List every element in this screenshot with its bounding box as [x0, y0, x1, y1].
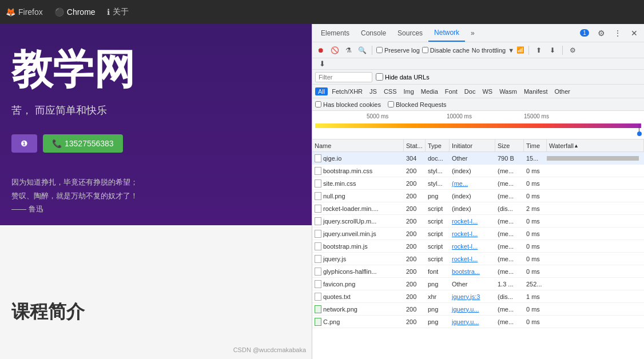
blocked-requests-label[interactable]: Blocked Requests: [388, 101, 447, 108]
more-options-icon[interactable]: ⋮: [611, 26, 625, 40]
td-name: favicon.png: [312, 278, 404, 290]
th-type[interactable]: Type: [426, 139, 450, 151]
table-row[interactable]: qige.io 304 doc... Other 790 B 15...: [312, 152, 644, 165]
toolbar-separator-1: [372, 46, 372, 55]
table-row[interactable]: jquery.unveil.min.js 200 script rocket-l…: [312, 228, 644, 240]
filter-input[interactable]: [315, 72, 372, 82]
blocked-requests-input[interactable]: [388, 101, 394, 107]
type-btn-all[interactable]: All: [315, 87, 328, 95]
td-initiator: rocket-l...: [450, 215, 495, 227]
td-type: script: [426, 253, 450, 265]
phone-button[interactable]: 📞 13527556383: [43, 134, 123, 153]
th-size[interactable]: Size: [495, 139, 524, 151]
table-row[interactable]: bootstrap.min.css 200 styl... (index) (m…: [312, 165, 644, 177]
timeline-cursor-handle[interactable]: [637, 131, 642, 136]
type-btn-wasm[interactable]: Wasm: [496, 87, 520, 95]
td-time: 0 ms: [524, 165, 547, 177]
table-row[interactable]: network.png 200 png jquery.u... (me... 0…: [312, 303, 644, 316]
info-icon: ℹ: [107, 7, 110, 17]
type-btn-fetch-xhr[interactable]: Fetch/XHR: [329, 87, 365, 95]
file-icon: [315, 268, 321, 276]
th-time[interactable]: Time: [524, 139, 547, 151]
th-waterfall[interactable]: Waterfall: [547, 139, 644, 151]
table-row[interactable]: null.png 200 png (index) (me... 0 ms: [312, 190, 644, 202]
table-row[interactable]: glyphicons-halflin... 200 font bootstra.…: [312, 265, 644, 278]
type-btn-img[interactable]: Img: [401, 87, 417, 95]
td-status: 200: [404, 228, 426, 240]
settings-icon[interactable]: ⚙: [594, 26, 608, 40]
type-btn-other[interactable]: Other: [551, 87, 573, 95]
type-btn-ws[interactable]: WS: [479, 87, 495, 95]
console-badge[interactable]: 1: [578, 26, 591, 40]
network-toolbar: ⏺ 🚫 ⚗ 🔍 Preserve log Disable cache No th…: [312, 42, 644, 58]
purple-button[interactable]: ❶: [11, 134, 37, 153]
tab-network[interactable]: Network: [428, 24, 465, 42]
td-name: C.png: [312, 316, 404, 328]
td-size: (me...: [495, 303, 524, 315]
webpage-subtitle: 苦， 而应简单和快乐: [11, 103, 300, 117]
disable-cache-input[interactable]: [422, 47, 428, 53]
table-row[interactable]: jquery.js 200 script rocket-l... (me... …: [312, 253, 644, 265]
td-size: (dis...: [495, 202, 524, 214]
table-row[interactable]: rocket-loader.min.... 200 script (index)…: [312, 202, 644, 215]
import-har-icon[interactable]: ⬆: [533, 45, 544, 56]
type-btn-js[interactable]: JS: [367, 87, 380, 95]
td-status: 200: [404, 215, 426, 227]
th-name[interactable]: Name: [312, 139, 404, 151]
tab-more[interactable]: »: [465, 24, 480, 42]
td-type: script: [426, 202, 450, 214]
webpage-bottom: 课程简介: [11, 300, 85, 325]
download-icon[interactable]: ⬇: [316, 58, 328, 70]
td-initiator: (index): [450, 190, 495, 202]
throttle-dropdown-arrow[interactable]: ▼: [508, 47, 514, 54]
td-time: 15...: [524, 152, 547, 164]
hide-data-urls-checkbox[interactable]: Hide data URLs: [376, 73, 430, 81]
devtools-settings-icon[interactable]: ⚙: [567, 45, 578, 56]
table-row[interactable]: C.png 200 png jquery.u... (me... 0 ms: [312, 316, 644, 328]
td-name: jquery.unveil.min.js: [312, 228, 404, 240]
export-har-icon[interactable]: ⬇: [547, 45, 558, 56]
td-name: site.min.css: [312, 177, 404, 189]
table-row[interactable]: bootstrap.min.js 200 script rocket-l... …: [312, 240, 644, 253]
has-blocked-cookies-input[interactable]: [315, 101, 321, 107]
preserve-log-checkbox[interactable]: Preserve log: [376, 47, 420, 54]
devtools-panel: Elements Console Sources Network » 1 ⚙ ⋮…: [312, 24, 644, 359]
type-btn-media[interactable]: Media: [418, 87, 441, 95]
td-name: jquery.js: [312, 253, 404, 265]
table-row[interactable]: site.min.css 200 styl... (me... (me... 0…: [312, 177, 644, 190]
clear-button[interactable]: 🚫: [329, 45, 340, 56]
type-btn-css[interactable]: CSS: [381, 87, 400, 95]
type-btn-doc[interactable]: Doc: [462, 87, 479, 95]
file-icon: [315, 305, 321, 313]
td-status: 200: [404, 316, 426, 328]
type-btn-manifest[interactable]: Manifest: [521, 87, 551, 95]
td-initiator: rocket-l...: [450, 240, 495, 252]
type-btn-font[interactable]: Font: [442, 87, 460, 95]
tab-elements[interactable]: Elements: [315, 24, 355, 42]
table-row[interactable]: favicon.png 200 png Other 1.3 ... 252...: [312, 278, 644, 290]
td-time: 2 ms: [524, 202, 547, 214]
table-row[interactable]: quotes.txt 200 xhr jquery.js:3 (dis... 1…: [312, 290, 644, 303]
has-blocked-cookies-label[interactable]: Has blocked cookies: [315, 101, 381, 108]
td-type: script: [426, 240, 450, 252]
preserve-log-input[interactable]: [376, 47, 383, 53]
watermark: CSDN @wucdcmakabaka: [233, 346, 306, 353]
throttle-dropdown[interactable]: No throttling: [472, 47, 506, 54]
tab-sources[interactable]: Sources: [392, 24, 428, 42]
firefox-label[interactable]: 🦊 Firefox: [6, 7, 43, 17]
td-waterfall: [547, 228, 644, 240]
record-button[interactable]: ⏺: [315, 45, 327, 56]
about-label[interactable]: ℹ 关于: [107, 7, 129, 17]
tab-console[interactable]: Console: [355, 24, 392, 42]
network-conditions-icon[interactable]: 📶: [516, 46, 524, 54]
chrome-label[interactable]: ⚫ Chrome: [54, 7, 96, 17]
filter-icon-btn[interactable]: ⚗: [343, 45, 354, 56]
hide-data-urls-input[interactable]: [376, 73, 383, 81]
file-icon: [315, 205, 321, 213]
table-row[interactable]: jquery.scrollUp.m... 200 script rocket-l…: [312, 215, 644, 228]
th-initiator[interactable]: Initiator: [450, 139, 495, 151]
th-status[interactable]: Stat...: [404, 139, 426, 151]
disable-cache-checkbox[interactable]: Disable cache: [422, 47, 470, 54]
search-icon-btn[interactable]: 🔍: [356, 45, 368, 56]
close-devtools-icon[interactable]: ✕: [627, 26, 641, 40]
